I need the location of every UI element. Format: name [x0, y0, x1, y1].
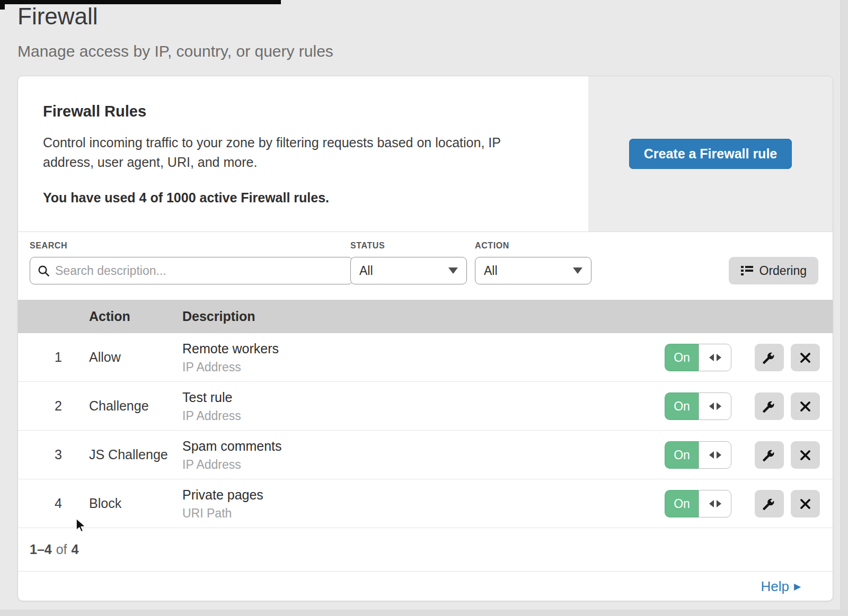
rules-summary-section: Firewall Rules Control incoming traffic … [18, 76, 833, 232]
toggle-on-label[interactable]: On [665, 441, 699, 469]
rule-description-cell: Test rule IP Address [182, 390, 241, 423]
caret-left-icon [709, 354, 714, 361]
card-footer: Help ▶ [18, 572, 833, 601]
search-label: SEARCH [30, 241, 67, 251]
chevron-down-icon [448, 267, 458, 274]
search-icon [38, 265, 50, 277]
toggle-on-label[interactable]: On [665, 490, 699, 517]
create-firewall-rule-button[interactable]: Create a Firewall rule [629, 139, 792, 169]
delete-rule-button[interactable] [791, 392, 820, 420]
column-header-action: Action [89, 300, 130, 333]
toggle-knob[interactable] [699, 344, 731, 371]
filter-bar: SEARCH STATUS All ACTION All [18, 233, 833, 300]
rule-enabled-toggle[interactable]: On [665, 490, 731, 517]
rule-description: Test rule [182, 390, 241, 405]
pagination-total: 4 [72, 542, 79, 557]
rule-description: Private pages [182, 487, 263, 503]
chevron-down-icon [573, 267, 582, 274]
help-link[interactable]: Help ▶ [761, 578, 801, 595]
toggle-knob[interactable] [699, 490, 731, 517]
edit-rule-button[interactable] [755, 392, 784, 420]
rule-match-type: IP Address [182, 409, 241, 423]
rule-priority: 2 [49, 382, 68, 430]
close-icon [799, 498, 811, 510]
search-box[interactable] [30, 257, 353, 284]
help-link-label: Help [761, 578, 789, 595]
edit-rule-button[interactable] [755, 441, 784, 469]
action-label: ACTION [475, 241, 509, 251]
rule-match-type: IP Address [182, 458, 282, 472]
page-subtitle: Manage access by IP, country, or query r… [17, 42, 333, 60]
rule-priority: 4 [49, 479, 68, 528]
ordering-button[interactable]: Ordering [729, 257, 818, 284]
rule-enabled-toggle[interactable]: On [665, 392, 731, 420]
table-row: 2 Challenge Test rule IP Address On [18, 382, 833, 431]
rule-action: JS Challenge [89, 431, 168, 479]
rules-summary-text: Firewall Rules Control incoming traffic … [18, 76, 588, 231]
action-dropdown[interactable]: All [475, 257, 591, 284]
rule-match-type: IP Address [182, 360, 279, 374]
toggle-on-label[interactable]: On [665, 392, 699, 420]
rules-heading: Firewall Rules [43, 103, 556, 120]
column-header-description: Description [182, 300, 255, 333]
rules-table-body: 1 Allow Remote workers IP Address On [18, 333, 833, 528]
caret-right-icon [717, 451, 721, 459]
pagination-of: of [56, 542, 67, 557]
delete-rule-button[interactable] [791, 344, 820, 371]
toggle-on-label[interactable]: On [665, 344, 699, 371]
close-icon [799, 352, 811, 364]
screen-edge-artifact [0, 0, 5, 10]
scrollbar-track[interactable] [841, 0, 848, 616]
rule-priority: 3 [49, 431, 68, 479]
close-icon [799, 449, 811, 461]
caret-left-icon [709, 500, 714, 507]
firewall-page: Firewall Manage access by IP, country, o… [0, 0, 848, 616]
wrench-icon [762, 351, 776, 365]
rule-enabled-toggle[interactable]: On [665, 441, 731, 469]
rule-description-cell: Private pages URI Path [182, 487, 263, 521]
action-selected-value: All [484, 264, 498, 278]
caret-left-icon [709, 451, 714, 459]
caret-left-icon [709, 403, 714, 410]
rules-description: Control incoming traffic to your zone by… [43, 133, 546, 172]
status-label: STATUS [350, 241, 385, 251]
edit-rule-button[interactable] [755, 490, 784, 517]
create-rule-panel: Create a Firewall rule [588, 76, 833, 231]
rule-action: Block [89, 479, 121, 528]
pagination-range: 1–4 [30, 542, 52, 557]
edit-rule-button[interactable] [755, 344, 784, 371]
rule-description-cell: Spam comments IP Address [182, 439, 282, 472]
wrench-icon [762, 448, 776, 462]
pagination: 1–4 of 4 [18, 528, 833, 572]
table-row: 3 JS Challenge Spam comments IP Address … [18, 431, 833, 479]
delete-rule-button[interactable] [791, 490, 820, 517]
rule-action: Allow [89, 333, 121, 381]
toggle-knob[interactable] [699, 441, 731, 469]
ordering-button-label: Ordering [759, 264, 807, 278]
caret-right-icon [717, 403, 721, 410]
caret-right-icon [717, 500, 721, 507]
page-title: Firewall [17, 3, 98, 30]
rule-description: Spam comments [182, 439, 282, 454]
rules-usage-count: You have used 4 of 1000 active Firewall … [43, 190, 556, 206]
table-row: 4 Block Private pages URI Path On [18, 479, 833, 528]
rule-action: Challenge [89, 382, 149, 430]
rule-description: Remote workers [182, 341, 279, 356]
arrow-right-icon: ▶ [794, 582, 801, 591]
wrench-icon [762, 497, 776, 511]
rule-priority: 1 [49, 333, 68, 381]
search-input[interactable] [55, 264, 345, 278]
screen-edge-artifact [0, 610, 848, 616]
wrench-icon [762, 399, 776, 414]
status-dropdown[interactable]: All [350, 257, 467, 284]
caret-right-icon [717, 354, 721, 361]
rule-match-type: URI Path [182, 506, 263, 521]
rule-enabled-toggle[interactable]: On [665, 344, 731, 371]
close-icon [799, 400, 811, 413]
status-selected-value: All [359, 264, 373, 278]
delete-rule-button[interactable] [791, 441, 820, 469]
toggle-knob[interactable] [699, 392, 731, 420]
firewall-rules-card: Firewall Rules Control incoming traffic … [17, 76, 833, 601]
rule-description-cell: Remote workers IP Address [182, 341, 279, 374]
table-header: Action Description [18, 300, 833, 333]
